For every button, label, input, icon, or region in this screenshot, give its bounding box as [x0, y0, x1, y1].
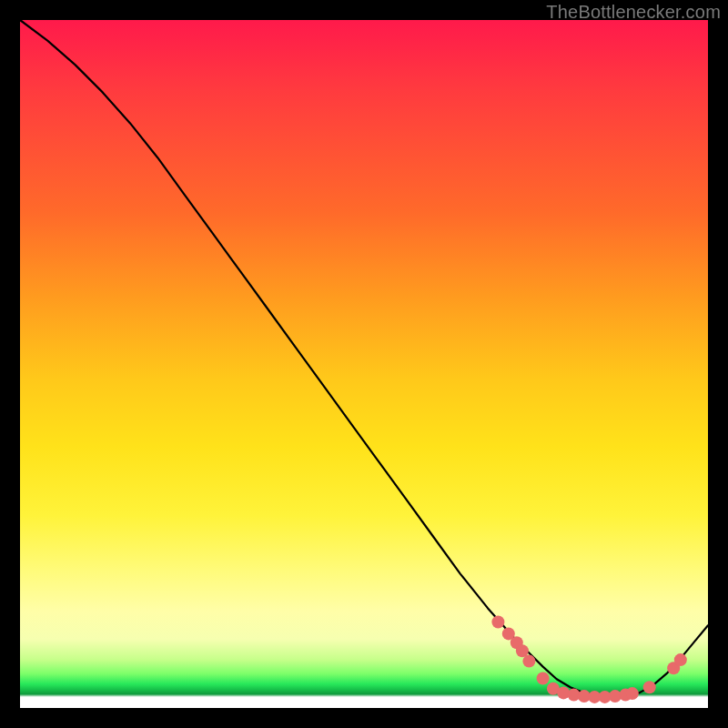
bottleneck-curve: [20, 20, 708, 697]
curve-marker: [491, 616, 504, 629]
curve-marker: [537, 672, 550, 685]
curve-marker: [643, 681, 656, 693]
curve-marker: [626, 687, 639, 700]
curve-marker: [674, 653, 687, 666]
attribution-label: TheBottlenecker.com: [546, 2, 721, 23]
curve-marker: [522, 655, 535, 668]
chart-stage: TheBottlenecker.com: [0, 0, 728, 728]
plot-area: [20, 20, 708, 708]
curve-svg: [20, 20, 708, 708]
curve-markers: [491, 616, 686, 703]
